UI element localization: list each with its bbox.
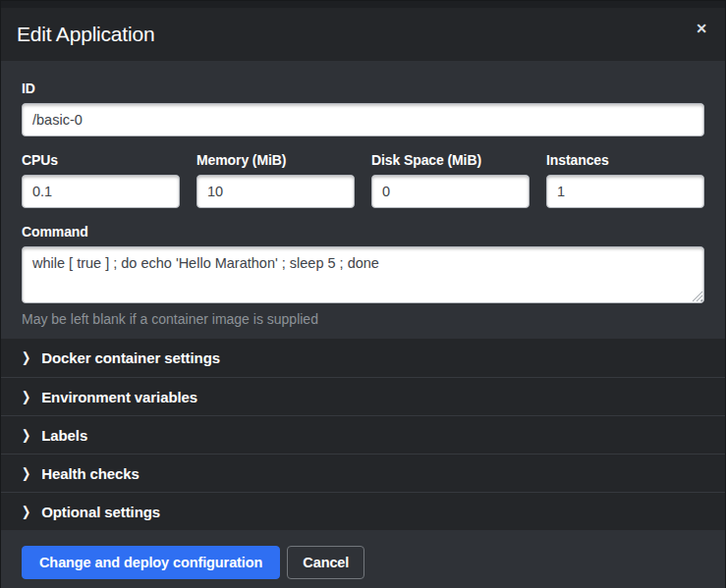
- disk-input[interactable]: [371, 175, 530, 208]
- chevron-right-icon: ❯: [22, 389, 30, 404]
- chevron-right-icon: ❯: [22, 349, 30, 365]
- section-optional-settings[interactable]: ❯ Optional settings: [1, 492, 725, 530]
- cpus-label: CPUs: [22, 152, 180, 168]
- section-label: Health checks: [41, 465, 140, 482]
- section-health-checks[interactable]: ❯ Health checks: [1, 454, 725, 492]
- instances-field-group: Instances: [546, 152, 704, 208]
- disk-label: Disk Space (MiB): [371, 152, 530, 168]
- command-label: Command: [22, 224, 704, 240]
- cpus-field-group: CPUs: [22, 152, 180, 208]
- application-form: ID CPUs Memory (MiB) Disk Space (MiB) In…: [1, 61, 725, 339]
- instances-input[interactable]: [546, 175, 704, 208]
- close-icon[interactable]: ✕: [692, 18, 711, 39]
- modal-title: Edit Application: [17, 23, 154, 46]
- memory-label: Memory (MiB): [196, 152, 355, 168]
- cancel-button[interactable]: Cancel: [287, 546, 364, 579]
- memory-field-group: Memory (MiB): [196, 152, 355, 208]
- disk-field-group: Disk Space (MiB): [371, 152, 530, 208]
- section-label: Labels: [41, 427, 87, 444]
- edit-application-modal: Edit Application ✕ ID CPUs Memory (MiB) …: [0, 0, 726, 588]
- section-environment-variables[interactable]: ❯ Environment variables: [1, 377, 725, 415]
- chevron-right-icon: ❯: [22, 504, 30, 519]
- memory-input[interactable]: [196, 175, 355, 208]
- modal-header: Edit Application ✕: [1, 8, 725, 61]
- modal-footer: Change and deploy configuration Cancel: [1, 530, 725, 588]
- section-label: Docker container settings: [41, 349, 220, 366]
- id-field-group: ID: [22, 80, 704, 136]
- section-label: Optional settings: [41, 504, 160, 520]
- section-label: Environment variables: [41, 389, 197, 405]
- cpus-input[interactable]: [22, 175, 180, 208]
- chevron-right-icon: ❯: [22, 427, 30, 443]
- chevron-right-icon: ❯: [22, 465, 30, 481]
- background-page-edge: [1, 1, 725, 8]
- section-docker-container-settings[interactable]: ❯ Docker container settings: [1, 339, 725, 377]
- change-and-deploy-button[interactable]: Change and deploy configuration: [22, 546, 280, 579]
- command-hint: May be left blank if a container image i…: [22, 311, 704, 327]
- resources-row: CPUs Memory (MiB) Disk Space (MiB) Insta…: [22, 152, 704, 208]
- id-input[interactable]: [22, 103, 704, 136]
- command-field-group: Command while [ true ] ; do echo 'Hello …: [22, 224, 704, 327]
- instances-label: Instances: [546, 152, 704, 168]
- collapsible-sections: ❯ Docker container settings ❯ Environmen…: [1, 339, 725, 530]
- id-label: ID: [22, 80, 704, 96]
- command-input[interactable]: while [ true ] ; do echo 'Hello Marathon…: [22, 246, 704, 303]
- section-labels[interactable]: ❯ Labels: [1, 415, 725, 454]
